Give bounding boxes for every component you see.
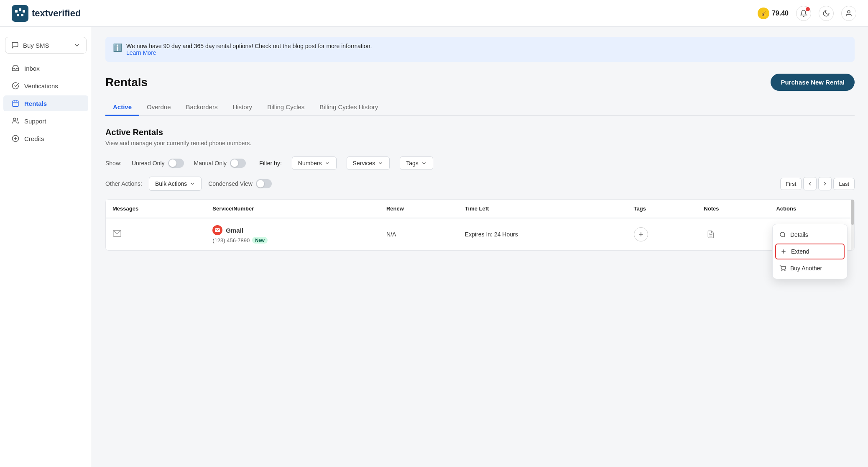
col-tags: Tags xyxy=(627,200,697,218)
services-filter-button[interactable]: Services xyxy=(347,157,390,170)
sidebar-item-inbox[interactable]: Inbox xyxy=(3,60,88,76)
add-tag-button[interactable] xyxy=(634,227,648,241)
svg-rect-1 xyxy=(15,10,18,13)
chevron-left-icon xyxy=(807,181,813,187)
check-circle-icon xyxy=(12,82,19,90)
table-header-row: Messages Service/Number Renew Time Left … xyxy=(106,200,854,218)
filters-row: Show: Unread Only Manual Only Filter by:… xyxy=(105,157,855,170)
services-filter-label: Services xyxy=(353,160,375,167)
moon-icon xyxy=(822,10,830,17)
section-title: Active Rentals xyxy=(105,128,855,137)
show-label: Show: xyxy=(105,160,122,167)
chevron-down-icon xyxy=(421,160,427,166)
other-actions-label: Other Actions: xyxy=(105,180,142,187)
dark-mode-button[interactable] xyxy=(819,6,834,21)
chevron-right-icon xyxy=(822,181,828,187)
logo-text: textverified xyxy=(32,8,81,19)
sidebar-item-label: Credits xyxy=(24,135,44,142)
col-service-number: Service/Number xyxy=(206,200,380,218)
cell-renew: N/A xyxy=(380,218,458,250)
next-page-button[interactable] xyxy=(818,177,832,190)
buy-sms-label-area: Buy SMS xyxy=(11,41,49,49)
sidebar-item-credits[interactable]: Credits xyxy=(3,131,88,146)
sidebar: Buy SMS Inbox Verifications xyxy=(0,27,92,467)
tab-history[interactable]: History xyxy=(225,99,260,116)
unread-only-toggle-group: Unread Only xyxy=(132,159,184,168)
svg-line-24 xyxy=(784,236,785,237)
col-notes: Notes xyxy=(697,200,769,218)
support-icon xyxy=(12,117,19,125)
cart-icon xyxy=(779,265,786,272)
manual-only-toggle[interactable] xyxy=(230,159,246,168)
svg-rect-7 xyxy=(13,101,18,107)
tabs: Active Overdue Backorders History Billin… xyxy=(105,99,855,116)
notes-button[interactable] xyxy=(704,227,718,241)
bulk-actions-button[interactable]: Bulk Actions xyxy=(149,177,202,191)
renew-value: N/A xyxy=(386,231,396,238)
svg-point-11 xyxy=(13,118,16,121)
svg-rect-0 xyxy=(12,5,28,22)
service-cell: Gmail (123) 456-7890 New xyxy=(212,225,373,244)
tab-active[interactable]: Active xyxy=(105,99,139,116)
credit-amount: 79.40 xyxy=(772,10,789,17)
last-page-button[interactable]: Last xyxy=(833,178,855,190)
sidebar-item-support[interactable]: Support xyxy=(3,113,88,129)
scrollbar-track[interactable] xyxy=(851,200,854,250)
sidebar-item-rentals[interactable]: Rentals xyxy=(3,95,88,111)
inbox-icon xyxy=(12,64,19,72)
col-renew: Renew xyxy=(380,200,458,218)
first-page-button[interactable]: First xyxy=(780,178,802,190)
dropdown-item-buy-another[interactable]: Buy Another xyxy=(773,260,847,276)
header-actions: 💰 79.40 xyxy=(758,6,856,21)
col-messages: Messages xyxy=(106,200,206,218)
gmail-icon xyxy=(212,225,222,235)
plus-icon xyxy=(638,231,644,238)
chevron-down-icon xyxy=(324,160,330,166)
notifications-button[interactable] xyxy=(796,6,811,21)
tags-filter-button[interactable]: Tags xyxy=(400,157,433,170)
sidebar-item-label: Inbox xyxy=(24,65,40,72)
banner-text: We now have 90 day and 365 day rental op… xyxy=(126,43,372,49)
document-icon xyxy=(707,230,715,239)
prev-page-button[interactable] xyxy=(803,177,817,190)
learn-more-link[interactable]: Learn More xyxy=(126,49,156,56)
tab-billing-cycles[interactable]: Billing Cycles xyxy=(260,99,312,116)
scrollbar-thumb[interactable] xyxy=(851,200,854,225)
unread-only-toggle[interactable] xyxy=(168,159,184,168)
dropdown-item-extend[interactable]: Extend xyxy=(775,244,845,259)
buy-another-label: Buy Another xyxy=(790,265,822,272)
cell-service-number: Gmail (123) 456-7890 New xyxy=(206,218,380,250)
actions-left: Other Actions: Bulk Actions Condensed Vi… xyxy=(105,177,272,191)
tags-filter-label: Tags xyxy=(406,160,419,167)
sidebar-item-label: Support xyxy=(24,118,46,125)
dropdown-item-details[interactable]: Details xyxy=(773,227,847,243)
plus-icon xyxy=(780,248,787,255)
tab-backorders[interactable]: Backorders xyxy=(179,99,225,116)
cell-actions: Details Extend Buy Another xyxy=(769,218,854,250)
condensed-view-label: Condensed View xyxy=(208,180,253,187)
phone-number: (123) 456-7890 xyxy=(212,237,250,244)
svg-point-28 xyxy=(785,270,785,271)
section-description: View and manage your currently rented ph… xyxy=(105,140,855,146)
coin-icon: 💰 xyxy=(758,8,769,19)
layout: Buy SMS Inbox Verifications xyxy=(0,0,868,467)
tab-overdue[interactable]: Overdue xyxy=(139,99,179,116)
credit-display: 💰 79.40 xyxy=(758,8,789,19)
cell-time-left: Expires In: 24 Hours xyxy=(458,218,627,250)
purchase-new-rental-button[interactable]: Purchase New Rental xyxy=(771,74,855,91)
search-icon xyxy=(779,231,786,238)
table-body: Gmail (123) 456-7890 New N/A xyxy=(106,218,854,250)
toggle-knob xyxy=(257,180,264,187)
svg-rect-3 xyxy=(23,10,25,13)
numbers-filter-button[interactable]: Numbers xyxy=(292,157,337,170)
page-title: Rentals xyxy=(105,76,148,89)
sidebar-item-verifications[interactable]: Verifications xyxy=(3,78,88,94)
user-profile-button[interactable] xyxy=(841,6,856,21)
tab-billing-cycles-history[interactable]: Billing Cycles History xyxy=(312,99,385,116)
dollar-circle-icon xyxy=(12,135,19,142)
col-time-left: Time Left xyxy=(458,200,627,218)
buy-sms-button[interactable]: Buy SMS xyxy=(5,37,87,54)
manual-only-label: Manual Only xyxy=(194,160,227,167)
info-icon: ℹ️ xyxy=(113,43,122,52)
condensed-view-toggle[interactable] xyxy=(256,179,272,188)
